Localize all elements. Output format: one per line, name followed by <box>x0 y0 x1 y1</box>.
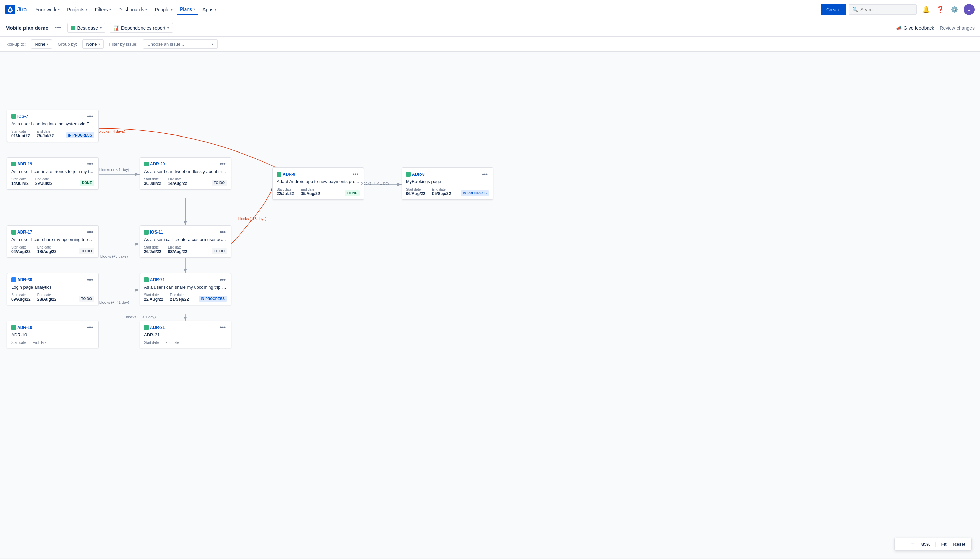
card-more-button[interactable]: ••• <box>218 161 227 167</box>
card-status-badge: IN PROGRESS <box>199 296 227 302</box>
card-id[interactable]: ADR-19 <box>11 162 32 167</box>
card-type-icon <box>144 325 149 330</box>
card-dates: Start date 22/Jul/22 End date 05/Aug/22 … <box>277 188 360 196</box>
card-status-badge: DONE <box>345 190 360 196</box>
card-more-button[interactable]: ••• <box>218 324 227 331</box>
zoom-out-button[interactable]: − <box>899 540 906 549</box>
search-input[interactable] <box>860 7 908 12</box>
nav-your-work[interactable]: Your work ▾ <box>32 5 63 14</box>
scenario-dot <box>71 26 75 30</box>
dep-label-4: blocks (-18 days) <box>238 217 267 221</box>
zoom-in-button[interactable]: + <box>909 540 917 549</box>
card-more-button[interactable]: ••• <box>86 161 94 167</box>
card-end-date: End date 05/Sep/22 <box>432 188 451 196</box>
rollup-select[interactable]: None ▾ <box>31 40 52 49</box>
nav-projects[interactable]: Projects ▾ <box>64 5 91 14</box>
issue-card-adr-30[interactable]: ADR-30 ••• Login page analytics Start da… <box>7 273 99 305</box>
dep-label-0: blocks (-4 days) <box>99 129 125 134</box>
card-more-button[interactable]: ••• <box>351 171 360 177</box>
card-end-date: End date 18/Aug/22 <box>38 245 57 254</box>
filterby-issue-input[interactable]: Choose an issue... ▾ <box>143 40 218 49</box>
card-start-date: Start date 22/Aug/22 <box>144 293 163 302</box>
issue-card-ios-7[interactable]: IOS-7 ••• As a user i can log into the s… <box>7 110 99 142</box>
card-title: ADR-31 <box>144 332 227 338</box>
review-changes-button[interactable]: Review changes <box>939 25 975 31</box>
card-title: As a user I can invite friends to join m… <box>11 169 94 175</box>
scenario-chevron-icon: ▾ <box>100 26 102 30</box>
card-title: As a user I can share my upcoming trip o… <box>144 284 227 290</box>
card-more-button[interactable]: ••• <box>86 229 94 235</box>
issue-card-adr-20[interactable]: ADR-20 ••• As a user I can tweet endless… <box>140 157 231 190</box>
canvas-inner: IOS-7 ••• As a user i can log into the s… <box>0 52 544 358</box>
issue-card-adr-21[interactable]: ADR-21 ••• As a user I can share my upco… <box>140 273 231 305</box>
give-feedback-button[interactable]: 📣 Give feedback <box>896 25 934 31</box>
card-start-date: Start date 14/Jul/22 <box>11 177 28 186</box>
card-status-badge: TO DO <box>212 180 227 186</box>
nav-apps[interactable]: Apps ▾ <box>199 5 220 14</box>
card-more-button[interactable]: ••• <box>218 229 227 235</box>
zoom-controls: − + 85% | Fit Reset <box>894 538 972 551</box>
card-id[interactable]: ADR-17 <box>11 230 32 235</box>
card-more-button[interactable]: ••• <box>218 277 227 283</box>
card-title: Adapt Android app to new payments pro... <box>277 179 360 185</box>
nav-dashboards[interactable]: Dashboards ▾ <box>115 5 151 14</box>
nav-people[interactable]: People ▾ <box>151 5 176 14</box>
dependency-canvas[interactable]: IOS-7 ••• As a user i can log into the s… <box>0 52 980 558</box>
logo[interactable]: Jira <box>5 5 26 14</box>
create-button[interactable]: Create <box>821 4 846 15</box>
card-more-button[interactable]: ••• <box>86 113 94 119</box>
card-dates: Start date 22/Aug/22 End date 21/Sep/22 … <box>144 293 227 302</box>
card-start-date: Start date 22/Jul/22 <box>277 188 294 196</box>
card-id[interactable]: ADR-20 <box>144 162 165 167</box>
card-end-date: End date 14/Aug/22 <box>168 177 188 186</box>
issue-card-adr-8[interactable]: ADR-8 ••• MyBookings page Start date 06/… <box>401 167 493 200</box>
issue-card-adr-9[interactable]: ADR-9 ••• Adapt Android app to new payme… <box>272 167 364 200</box>
card-end-date: End date <box>33 341 46 344</box>
card-id[interactable]: ADR-21 <box>144 278 165 282</box>
card-id[interactable]: IOS-11 <box>144 230 163 235</box>
subheader-right: 📣 Give feedback Review changes <box>896 25 975 31</box>
card-title: ADR-10 <box>11 332 94 338</box>
top-navigation: Jira Your work ▾ Projects ▾ Filters ▾ Da… <box>0 0 980 19</box>
card-title: As a user i can log into the system via … <box>11 121 94 127</box>
issue-card-adr-31[interactable]: ADR-31 ••• ADR-31 Start date End date <box>140 321 231 348</box>
card-id[interactable]: ADR-9 <box>277 172 295 177</box>
card-id[interactable]: ADR-8 <box>406 172 425 177</box>
card-id[interactable]: ADR-31 <box>144 325 165 330</box>
issue-card-ios-11[interactable]: IOS-11 ••• As a user i can create a cust… <box>140 225 231 258</box>
card-dates: Start date End date <box>144 341 227 344</box>
card-id[interactable]: IOS-7 <box>11 114 28 119</box>
filter-bar: Roll-up to: None ▾ Group by: None ▾ Filt… <box>0 37 980 52</box>
card-end-date: End date <box>165 341 179 344</box>
card-end-date: End date 29/Jul/22 <box>35 177 53 186</box>
plan-more-button[interactable]: ••• <box>53 23 63 32</box>
card-more-button[interactable]: ••• <box>86 277 94 283</box>
issue-card-adr-10[interactable]: ADR-10 ••• ADR-10 Start date End date <box>7 321 99 348</box>
card-more-button[interactable]: ••• <box>480 171 489 177</box>
nav-plans[interactable]: Plans ▾ <box>177 5 198 15</box>
nav-filters[interactable]: Filters ▾ <box>92 5 114 14</box>
nav-right: 🔍 🔔 ❓ ⚙️ U <box>849 4 975 15</box>
card-start-date: Start date 26/Jul/22 <box>144 245 161 254</box>
help-button[interactable]: ❓ <box>935 5 945 15</box>
issue-card-adr-17[interactable]: ADR-17 ••• As a user I can share my upco… <box>7 225 99 258</box>
card-id[interactable]: ADR-30 <box>11 278 32 282</box>
dep-report-button[interactable]: 📊 Dependencies report ▾ <box>110 23 173 33</box>
zoom-fit-button[interactable]: Fit <box>939 541 949 547</box>
card-title: Login page analytics <box>11 284 94 290</box>
avatar[interactable]: U <box>964 4 975 15</box>
card-type-icon <box>406 172 411 177</box>
search-box[interactable]: 🔍 <box>849 5 917 15</box>
card-status-badge: DONE <box>80 180 94 186</box>
card-dates: Start date 09/Aug/22 End date 23/Aug/22 … <box>11 293 94 302</box>
settings-button[interactable]: ⚙️ <box>949 5 960 15</box>
card-id[interactable]: ADR-10 <box>11 325 32 330</box>
card-title: As a user I can share my upcoming trip o… <box>11 237 94 243</box>
groupby-select[interactable]: None ▾ <box>82 40 104 49</box>
scenario-button[interactable]: Best case ▾ <box>68 23 106 33</box>
card-end-date: End date 25/Jul/22 <box>37 130 54 138</box>
issue-card-adr-19[interactable]: ADR-19 ••• As a user I can invite friend… <box>7 157 99 190</box>
notifications-button[interactable]: 🔔 <box>921 5 931 15</box>
card-more-button[interactable]: ••• <box>86 324 94 331</box>
zoom-reset-button[interactable]: Reset <box>952 541 967 547</box>
